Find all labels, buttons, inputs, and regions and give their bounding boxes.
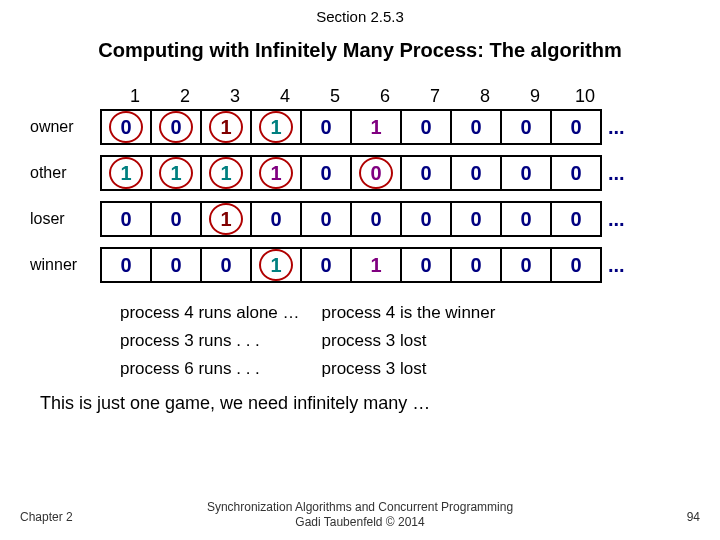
column-header: 2 xyxy=(160,86,210,107)
note-right: process 3 lost xyxy=(322,355,518,383)
row-cells: 0001010000 xyxy=(100,247,602,283)
note-left: process 3 runs . . . xyxy=(120,327,322,355)
column-header: 10 xyxy=(560,86,610,107)
table-cell: 0 xyxy=(302,111,352,143)
row-cells: 0011010000 xyxy=(100,109,602,145)
row-label: winner xyxy=(30,256,100,274)
row-cells: 0010000000 xyxy=(100,201,602,237)
table-rows: owner0011010000...other1111000000...lose… xyxy=(0,107,720,285)
row-label: other xyxy=(30,164,100,182)
table-cell: 0 xyxy=(552,249,602,281)
table-cell: 0 xyxy=(402,111,452,143)
table-cell: 0 xyxy=(502,111,552,143)
table-row: owner0011010000... xyxy=(30,107,720,147)
note-right: process 4 is the winner xyxy=(322,299,518,327)
table-cell: 0 xyxy=(502,249,552,281)
footer-line2: Gadi Taubenfeld © 2014 xyxy=(0,515,720,530)
ellipsis-icon: ... xyxy=(602,116,638,139)
table-cell: 0 xyxy=(402,203,452,235)
table-cell: 0 xyxy=(402,249,452,281)
table-cell: 0 xyxy=(452,249,502,281)
table-cell: 0 xyxy=(352,203,402,235)
slide-title: Computing with Infinitely Many Process: … xyxy=(0,39,720,62)
table-cell: 1 xyxy=(252,111,302,143)
table-cell: 1 xyxy=(202,203,252,235)
run-notes: process 4 runs alone …process 4 is the w… xyxy=(120,299,720,383)
table-cell: 0 xyxy=(302,249,352,281)
table-cell: 0 xyxy=(452,111,502,143)
note-row: process 6 runs . . .process 3 lost xyxy=(120,355,517,383)
table-row: winner0001010000... xyxy=(30,245,720,285)
table-cell: 0 xyxy=(502,157,552,189)
slide: Section 2.5.3 Computing with Infinitely … xyxy=(0,0,720,540)
table-cell: 0 xyxy=(352,157,402,189)
table-cell: 1 xyxy=(202,157,252,189)
notes-table: process 4 runs alone …process 4 is the w… xyxy=(120,299,517,383)
column-header: 6 xyxy=(360,86,410,107)
ellipsis-icon: ... xyxy=(602,208,638,231)
row-label: loser xyxy=(30,210,100,228)
row-label: owner xyxy=(30,118,100,136)
table-cell: 0 xyxy=(102,203,152,235)
ellipsis-icon: ... xyxy=(602,162,638,185)
table-cell: 0 xyxy=(202,249,252,281)
column-headers: 12345678910 xyxy=(110,86,720,107)
row-cells: 1111000000 xyxy=(100,155,602,191)
ellipsis-icon: ... xyxy=(602,254,638,277)
table-cell: 0 xyxy=(452,157,502,189)
table-cell: 0 xyxy=(102,249,152,281)
slide-footer: Chapter 2 Synchronization Algorithms and… xyxy=(0,500,720,530)
table-cell: 1 xyxy=(202,111,252,143)
table-cell: 0 xyxy=(552,157,602,189)
table-cell: 1 xyxy=(252,157,302,189)
table-cell: 0 xyxy=(552,111,602,143)
section-label: Section 2.5.3 xyxy=(0,0,720,25)
footer-line1: Synchronization Algorithms and Concurren… xyxy=(0,500,720,515)
column-header: 1 xyxy=(110,86,160,107)
column-header: 8 xyxy=(460,86,510,107)
table-cell: 1 xyxy=(352,111,402,143)
table-cell: 0 xyxy=(452,203,502,235)
table-cell: 0 xyxy=(302,203,352,235)
note-left: process 6 runs . . . xyxy=(120,355,322,383)
table-cell: 0 xyxy=(152,111,202,143)
state-table: 12345678910 owner0011010000...other11110… xyxy=(0,86,720,285)
table-cell: 0 xyxy=(152,203,202,235)
table-cell: 0 xyxy=(552,203,602,235)
table-cell: 1 xyxy=(102,157,152,189)
table-cell: 1 xyxy=(252,249,302,281)
conclusion-text: This is just one game, we need infinitel… xyxy=(40,393,720,414)
footer-center: Synchronization Algorithms and Concurren… xyxy=(0,500,720,530)
column-header: 9 xyxy=(510,86,560,107)
footer-chapter: Chapter 2 xyxy=(20,510,73,524)
column-header: 3 xyxy=(210,86,260,107)
table-row: other1111000000... xyxy=(30,153,720,193)
note-left: process 4 runs alone … xyxy=(120,299,322,327)
table-cell: 0 xyxy=(402,157,452,189)
column-header: 5 xyxy=(310,86,360,107)
table-cell: 1 xyxy=(152,157,202,189)
table-cell: 0 xyxy=(152,249,202,281)
column-header: 4 xyxy=(260,86,310,107)
table-row: loser0010000000... xyxy=(30,199,720,239)
table-cell: 0 xyxy=(302,157,352,189)
note-right: process 3 lost xyxy=(322,327,518,355)
note-row: process 4 runs alone …process 4 is the w… xyxy=(120,299,517,327)
column-header: 7 xyxy=(410,86,460,107)
table-cell: 0 xyxy=(252,203,302,235)
table-cell: 0 xyxy=(502,203,552,235)
footer-page: 94 xyxy=(687,510,700,524)
note-row: process 3 runs . . .process 3 lost xyxy=(120,327,517,355)
table-cell: 0 xyxy=(102,111,152,143)
table-cell: 1 xyxy=(352,249,402,281)
